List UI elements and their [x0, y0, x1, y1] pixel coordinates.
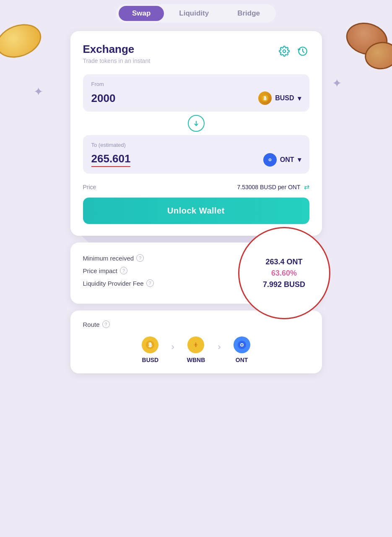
- to-token-selector[interactable]: ONT ▾: [263, 153, 301, 167]
- tab-swap[interactable]: Swap: [119, 6, 164, 21]
- route-busd-label: BUSD: [142, 357, 159, 363]
- price-value: 7.53008 BUSD per ONT: [237, 184, 301, 190]
- route-token-ont: ONT: [234, 336, 250, 363]
- route-help[interactable]: ?: [102, 321, 110, 328]
- route-label: Route: [83, 321, 100, 328]
- to-token-label: ONT: [280, 156, 294, 164]
- settings-icon[interactable]: [278, 44, 291, 58]
- route-token-busd: BUSD: [142, 336, 158, 363]
- minimum-received-help[interactable]: ?: [136, 254, 144, 262]
- svg-point-19: [241, 344, 243, 346]
- to-label: To (estimated): [91, 142, 301, 148]
- tab-liquidity[interactable]: Liquidity: [166, 6, 222, 21]
- to-value[interactable]: 265.601: [91, 152, 131, 167]
- from-token-chevron: ▾: [298, 94, 301, 102]
- history-icon[interactable]: [296, 44, 309, 58]
- from-token-selector[interactable]: BUSD ▾: [258, 91, 301, 105]
- header-icons: [278, 44, 309, 58]
- price-swap-icon[interactable]: ⇄: [304, 183, 309, 191]
- route-card: Route ? BUSD ›: [70, 310, 322, 373]
- route-header: Route ?: [83, 321, 309, 328]
- unlock-wallet-button[interactable]: Unlock Wallet: [83, 198, 309, 224]
- from-input-box: From 2000 BUSD ▾: [83, 74, 309, 112]
- from-input-row: 2000 BUSD ▾: [91, 91, 301, 105]
- route-ont-label: ONT: [236, 357, 248, 363]
- route-token-wbnb: WBNB: [187, 336, 205, 363]
- route-wbnb-label: WBNB: [187, 357, 205, 363]
- exchange-title-group: Exchange Trade tokens in an instant: [83, 43, 151, 64]
- main-container: Swap Liquidity Bridge Exchange Trade tok…: [0, 0, 392, 373]
- liquidity-fee-label: Liquidity Provider Fee ?: [83, 279, 154, 287]
- tab-bar: Swap Liquidity Bridge: [116, 4, 276, 23]
- circle-price-impact: 63.60%: [271, 269, 297, 278]
- exchange-card: Exchange Trade tokens in an instant: [70, 31, 322, 236]
- price-label: Price: [83, 184, 96, 190]
- tab-bridge[interactable]: Bridge: [224, 6, 273, 21]
- circle-highlight: 263.4 ONT 63.60% 7.992 BUSD: [238, 227, 330, 319]
- ont-icon: [263, 153, 277, 167]
- minimum-received-label: Minimum received ?: [83, 254, 144, 262]
- price-row: Price 7.53008 BUSD per ONT ⇄: [83, 177, 309, 198]
- info-card: Minimum received ? Price impact ? Liquid…: [70, 242, 322, 304]
- exchange-title: Exchange: [83, 43, 151, 56]
- exchange-header: Exchange Trade tokens in an instant: [83, 43, 309, 64]
- price-value-group: 7.53008 BUSD per ONT ⇄: [237, 183, 309, 191]
- price-impact-label: Price impact ?: [83, 267, 128, 274]
- swap-arrow-container: [83, 115, 309, 132]
- route-wbnb-icon: [187, 336, 204, 353]
- svg-point-16: [195, 344, 197, 346]
- route-arrow-2: ›: [218, 341, 221, 352]
- price-impact-help[interactable]: ?: [120, 267, 127, 274]
- circle-liquidity-fee: 7.992 BUSD: [263, 280, 305, 289]
- from-label: From: [91, 81, 301, 87]
- route-tokens: BUSD › WBNB ›: [83, 336, 309, 363]
- to-input-row: 265.601 ONT ▾: [91, 152, 301, 167]
- svg-point-7: [269, 159, 270, 160]
- circle-minimum-received: 263.4 ONT: [265, 258, 302, 266]
- route-ont-icon: [234, 336, 250, 353]
- to-token-chevron: ▾: [298, 156, 301, 164]
- busd-icon: [258, 91, 272, 105]
- route-busd-icon: [142, 336, 158, 353]
- to-input-box: To (estimated) 265.601 ONT ▾: [83, 135, 309, 174]
- swap-direction-button[interactable]: [188, 115, 205, 132]
- liquidity-fee-help[interactable]: ?: [146, 279, 154, 287]
- from-token-label: BUSD: [275, 94, 294, 102]
- exchange-subtitle: Trade tokens in an instant: [83, 57, 151, 64]
- route-arrow-1: ›: [171, 341, 174, 352]
- from-value[interactable]: 2000: [91, 92, 116, 105]
